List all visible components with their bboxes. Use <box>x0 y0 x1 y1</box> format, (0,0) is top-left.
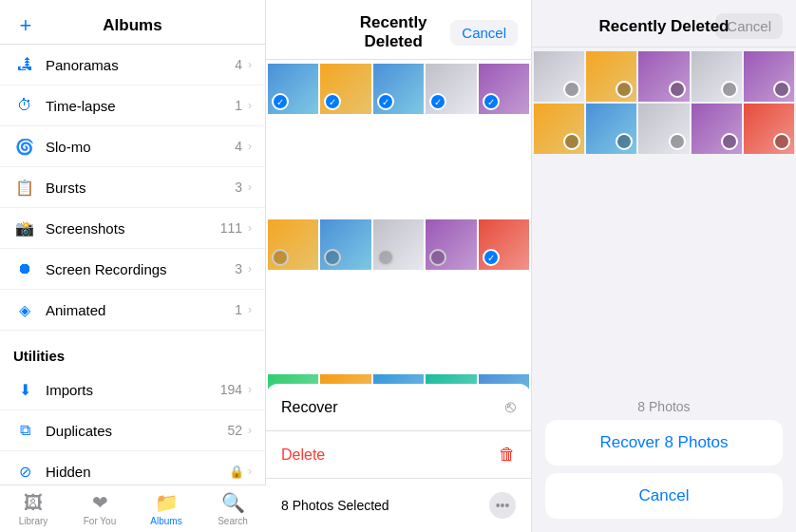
sidebar-item-label: Bursts <box>46 180 235 196</box>
sidebar-item-duplicates[interactable]: ⧉ Duplicates 52 › <box>0 410 265 451</box>
right-panel-header: Recently Deleted Cancel <box>532 0 796 48</box>
sidebar-item-imports[interactable]: ⬇ Imports 194 › <box>0 370 265 410</box>
delete-action-item[interactable]: Delete 🗑 <box>266 431 531 478</box>
sidebar-content: 🏞 Panoramas 4 › ⏱ Time-lapse 1 › 🌀 Slo-m… <box>0 45 265 532</box>
action-sheet-overlay: Photos and videos you delete will be kep… <box>266 0 531 532</box>
chevron-right-icon: › <box>248 465 252 478</box>
sidebar-item-bursts[interactable]: 📋 Bursts 3 › <box>0 167 265 208</box>
tab-for-you-label: For You <box>84 516 116 526</box>
sidebar-item-screenshots[interactable]: 📸 Screenshots 111 › <box>0 208 265 249</box>
right-photo-check-icon <box>563 81 580 98</box>
right-photo-cell[interactable] <box>586 104 636 154</box>
right-cancel-bottom-button[interactable]: Cancel <box>545 473 783 519</box>
imports-icon: ⬇ <box>13 378 36 401</box>
delete-icon: 🗑 <box>499 445 516 465</box>
tab-search[interactable]: 🔍 Search <box>199 491 266 526</box>
right-photo-cell[interactable] <box>638 104 689 154</box>
sidebar-item-count: 3 <box>235 261 242 276</box>
sidebar-header: + Albums <box>0 0 265 45</box>
chevron-right-icon: › <box>248 99 252 112</box>
sidebar-item-label: Slo-mo <box>46 139 235 155</box>
for-you-tab-icon: ❤ <box>92 491 108 514</box>
chevron-right-icon: › <box>248 424 252 437</box>
sidebar-item-label: Hidden <box>46 464 229 480</box>
sidebar-item-label: Animated <box>46 302 235 318</box>
right-photo-check-icon <box>616 133 633 150</box>
right-photo-check-icon <box>669 81 686 98</box>
chevron-right-icon: › <box>248 140 252 153</box>
sidebar-item-label: Screen Recordings <box>46 261 235 277</box>
timelapse-icon: ⏱ <box>13 94 36 117</box>
tab-albums-label: Albums <box>150 516 181 526</box>
right-photo-cell[interactable] <box>744 51 794 102</box>
sidebar-title: Albums <box>36 16 229 35</box>
right-photos-count: 8 Photos <box>532 391 796 420</box>
lock-icon: 🔒 <box>229 465 244 479</box>
right-photo-cell[interactable] <box>744 104 794 154</box>
recover-action-item[interactable]: Recover ⎋ <box>266 384 531 431</box>
sidebar-item-label: Duplicates <box>46 423 227 439</box>
right-panel: Recently Deleted Cancel <box>532 0 796 532</box>
sidebar-item-panoramas[interactable]: 🏞 Panoramas 4 › <box>0 45 265 86</box>
chevron-right-icon: › <box>248 58 252 71</box>
library-tab-icon: 🖼 <box>24 492 43 514</box>
sidebar-item-slomo[interactable]: 🌀 Slo-mo 4 › <box>0 126 265 167</box>
sidebar: + Albums 🏞 Panoramas 4 › ⏱ Time-lapse 1 … <box>0 0 266 532</box>
tab-bar: 🖼 Library ❤ For You 📁 Albums 🔍 Search <box>0 484 266 532</box>
recover-photos-button[interactable]: Recover 8 Photos <box>545 420 783 466</box>
bursts-icon: 📋 <box>13 176 36 199</box>
sidebar-item-label: Panoramas <box>46 57 235 73</box>
right-photo-cell[interactable] <box>638 51 689 102</box>
right-photo-cell[interactable] <box>586 51 636 102</box>
sidebar-item-count: 4 <box>235 139 242 154</box>
albums-tab-icon: 📁 <box>155 491 179 514</box>
panoramas-icon: 🏞 <box>13 53 36 76</box>
sidebar-item-animated[interactable]: ◈ Animated 1 › <box>0 290 265 331</box>
sidebar-item-count: 3 <box>235 180 242 195</box>
animated-icon: ◈ <box>13 298 36 321</box>
search-tab-icon: 🔍 <box>221 491 245 514</box>
right-photo-cell[interactable] <box>692 104 742 154</box>
right-photo-check-icon <box>616 81 633 98</box>
right-panel-bottom: 8 Photos Recover 8 Photos Cancel <box>532 391 796 532</box>
sidebar-item-timelapse[interactable]: ⏱ Time-lapse 1 › <box>0 86 265 126</box>
chevron-right-icon: › <box>248 262 252 276</box>
right-panel-title: Recently Deleted <box>599 17 730 36</box>
action-sheet: Recover ⎋ Delete 🗑 8 Photos Selected ••• <box>266 384 531 532</box>
tab-for-you[interactable]: ❤ For You <box>66 491 133 526</box>
screenshots-icon: 📸 <box>13 217 36 239</box>
recover-label: Recover <box>281 399 338 416</box>
chevron-right-icon: › <box>248 383 252 396</box>
duplicates-icon: ⧉ <box>13 419 36 442</box>
sidebar-item-count: 194 <box>220 382 242 397</box>
chevron-right-icon: › <box>248 303 252 316</box>
chevron-right-icon: › <box>248 221 252 235</box>
tab-library[interactable]: 🖼 Library <box>0 492 66 526</box>
tab-library-label: Library <box>19 516 48 526</box>
right-photo-cell[interactable] <box>534 104 584 154</box>
right-photo-cell[interactable] <box>534 51 584 102</box>
sidebar-item-count: 4 <box>235 57 242 72</box>
right-photo-check-icon <box>669 133 686 150</box>
add-album-button[interactable]: + <box>15 15 36 36</box>
sidebar-item-count: 111 <box>220 220 242 236</box>
photos-selected-count: 8 Photos Selected <box>281 498 389 513</box>
tab-search-label: Search <box>218 516 248 526</box>
sidebar-item-screen-recordings[interactable]: ⏺ Screen Recordings 3 › <box>0 249 265 290</box>
right-photo-check-icon <box>721 81 738 98</box>
delete-label: Delete <box>281 446 325 464</box>
slomo-icon: 🌀 <box>13 135 36 158</box>
tab-albums[interactable]: 📁 Albums <box>133 491 199 526</box>
sidebar-item-count: 1 <box>235 98 242 113</box>
more-options-button[interactable]: ••• <box>489 492 516 519</box>
right-photo-check-icon <box>773 81 790 98</box>
right-photo-grid <box>532 48 796 158</box>
chevron-right-icon: › <box>248 180 252 194</box>
right-photo-cell[interactable] <box>692 51 742 102</box>
action-sheet-menu: Recover ⎋ Delete 🗑 <box>266 384 531 478</box>
screen-recordings-icon: ⏺ <box>13 257 36 280</box>
sidebar-item-count: 1 <box>235 302 242 317</box>
hidden-icon: ⊘ <box>13 460 36 483</box>
sidebar-item-label: Imports <box>46 382 220 398</box>
sidebar-item-label: Time-lapse <box>46 98 235 114</box>
